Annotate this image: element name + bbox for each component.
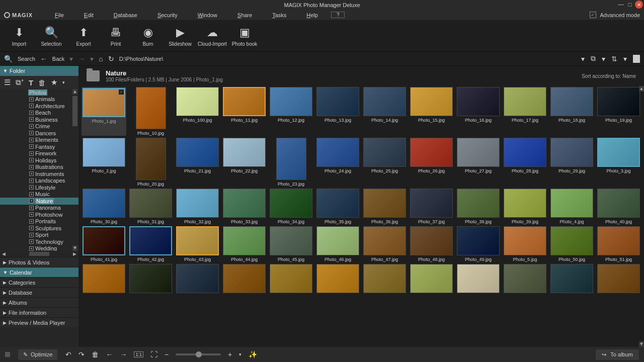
thumbnail-image[interactable] [410, 226, 453, 255]
thumbnail-item[interactable]: Photo_51.jpg [596, 226, 641, 262]
thumbnail-item[interactable] [596, 264, 641, 295]
thumbnail-image[interactable] [129, 189, 172, 218]
expand-icon[interactable]: + [29, 117, 34, 122]
thumbnail-image[interactable] [316, 138, 359, 167]
tree-item-photoshow[interactable]: +Photoshow [0, 211, 78, 218]
tree-item-portraits[interactable]: +Portraits [0, 218, 78, 225]
refresh-icon[interactable]: ↻ [108, 55, 114, 63]
star-icon[interactable]: ★ [51, 78, 57, 87]
zoom-dropdown-icon[interactable]: ▾ [239, 352, 242, 357]
layout-dropdown-icon[interactable]: ▾ [602, 55, 605, 63]
thumbnail-image[interactable] [457, 189, 500, 218]
thumbnail-image[interactable] [504, 264, 546, 293]
tree-item-crime[interactable]: +Crime [0, 123, 78, 130]
thumbnail-item[interactable]: Photo_5.jpg [503, 226, 547, 262]
undo-icon[interactable]: ↶ [65, 350, 71, 358]
scroll-up-icon[interactable]: ▲ [72, 89, 77, 95]
thumbnail-image[interactable] [83, 138, 125, 167]
back-button[interactable]: ← [40, 55, 47, 63]
thumbnail-image[interactable] [176, 138, 219, 167]
panel-calendar[interactable]: ▼Calendar [0, 267, 78, 277]
fullscreen-icon[interactable]: ⛶ [150, 350, 157, 358]
expand-icon[interactable]: + [29, 178, 34, 183]
expand-icon[interactable]: + [29, 192, 34, 197]
thumbnail-item[interactable]: Photo_49.jpg [456, 226, 501, 262]
thumbnail-item[interactable]: Photo_4.jpg [549, 189, 594, 224]
hscroll-right-icon[interactable]: ▶ [73, 251, 76, 256]
thumbnail-image[interactable] [83, 226, 125, 255]
thumbnail-image[interactable] [504, 226, 546, 255]
tree-item-architecture[interactable]: +Architecture [0, 103, 78, 110]
home-icon[interactable]: ⌂ [99, 55, 103, 63]
thumbnail-item[interactable]: Photo_38.jpg [456, 189, 501, 224]
scroll-down-icon[interactable]: ▼ [72, 245, 77, 251]
view-dropdown-icon[interactable]: ▾ [581, 55, 585, 63]
thumbnail-item[interactable]: Photo_30.jpg [82, 189, 126, 224]
sort-icon[interactable]: ⇅ [611, 55, 617, 63]
tree-item-dancers[interactable]: +Dancers [0, 130, 78, 137]
toolbar-slideshow[interactable]: ▶Slideshow [164, 22, 196, 51]
tree-item-landscapes[interactable]: +Landscapes [0, 177, 78, 185]
thumbnail-image[interactable] [550, 189, 593, 218]
thumbnail-image[interactable] [176, 226, 219, 255]
panel-file-information[interactable]: ▶File information [0, 307, 78, 317]
expand-icon[interactable]: + [29, 212, 34, 217]
thumbnail-item[interactable]: Photo_3.jpg [596, 138, 641, 187]
expand-icon[interactable]: + [29, 158, 34, 162]
thumbnail-item[interactable]: Photo_35.jpg [315, 189, 360, 224]
actual-size-icon[interactable]: 1:1 [134, 351, 143, 357]
thumbnail-image[interactable] [550, 226, 593, 255]
expand-icon[interactable]: + [29, 151, 34, 156]
thumbnail-item[interactable]: Photo_15.jpg [409, 87, 454, 136]
thumbnail-image[interactable] [363, 189, 406, 218]
thumbnail-item[interactable]: Photo_46.jpg [315, 226, 360, 262]
thumbnail-image[interactable] [270, 87, 312, 116]
thumbnail-item[interactable]: Photo_32.jpg [175, 189, 220, 224]
add-folder-icon[interactable]: ⧉⁺ [16, 78, 24, 87]
expand-icon[interactable]: + [29, 199, 34, 203]
toolbar-selection[interactable]: 🔍Selection [35, 22, 67, 51]
thumbnail-image[interactable] [316, 189, 359, 218]
expand-icon[interactable]: + [29, 97, 34, 102]
thumbnail-image[interactable] [223, 87, 266, 116]
thumbnail-item[interactable]: Photo_44.jpg [222, 226, 267, 262]
layout-icon[interactable]: ⧉ [591, 54, 596, 63]
thumbnail-image[interactable] [129, 264, 172, 293]
zoom-knob[interactable] [196, 351, 202, 357]
zoom-in-icon[interactable]: + [228, 350, 232, 358]
thumbnail-item[interactable]: Photo_22.jpg [222, 138, 267, 187]
expand-icon[interactable]: + [29, 219, 34, 224]
thumbnail-image[interactable] [270, 226, 312, 255]
thumbnail-item[interactable]: Photo_33.jpg [222, 189, 267, 224]
toolbar-export[interactable]: ⬆Export [67, 22, 100, 51]
tree-item-nature[interactable]: +Nature [0, 198, 78, 205]
thumbnail-image[interactable] [363, 264, 406, 293]
grid-scroll-up-icon[interactable]: ▲ [639, 86, 644, 92]
expand-icon[interactable]: + [29, 239, 34, 244]
thumbnail-image[interactable] [316, 226, 359, 255]
tree-root[interactable]: Photos [0, 89, 78, 96]
thumbnail-item[interactable] [269, 264, 313, 295]
expand-icon[interactable]: + [29, 171, 34, 176]
hscroll-left-icon[interactable]: ◀ [2, 251, 6, 256]
prev-icon[interactable]: ← [106, 350, 113, 358]
search-label[interactable]: Search [18, 56, 35, 62]
thumbnail-item[interactable]: Photo_2.jpg [82, 138, 126, 187]
thumbnail-image[interactable] [410, 87, 453, 116]
expand-icon[interactable]: + [29, 138, 34, 142]
thumbnail-item[interactable]: Photo_26.jpg [409, 138, 454, 187]
sort-dropdown-icon[interactable]: ▾ [623, 55, 627, 63]
expand-icon[interactable]: + [29, 111, 34, 115]
panel-icon[interactable] [633, 55, 640, 63]
thumbnail-item[interactable]: Photo_24.jpg [315, 138, 360, 187]
tree-item-illustrations[interactable]: +Illustrations [0, 164, 78, 171]
redo-icon[interactable]: ↷ [78, 350, 85, 358]
menu-file[interactable]: File [45, 12, 74, 18]
thumbnail-image[interactable] [550, 264, 593, 293]
thumbnail-item[interactable]: Photo_12.jpg [269, 87, 313, 136]
thumbnail-image[interactable] [363, 87, 406, 116]
expand-icon[interactable]: + [29, 104, 34, 108]
thumbnail-image[interactable] [363, 226, 406, 255]
thumbnail-image[interactable] [223, 189, 266, 218]
toolbar-cloud-import[interactable]: ☁Cloud-Import [196, 22, 228, 51]
